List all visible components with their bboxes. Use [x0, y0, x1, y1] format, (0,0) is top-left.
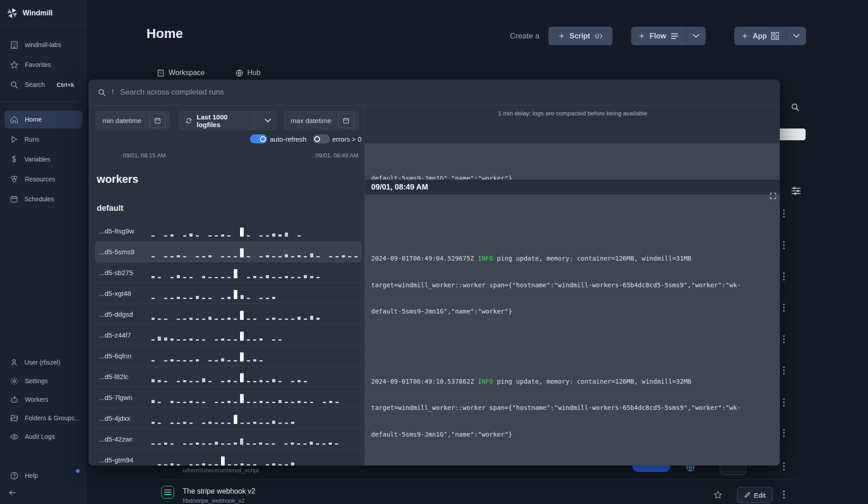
create-flow-button[interactable]: Flow	[631, 27, 686, 45]
sidebar-item-resources[interactable]: Resources	[0, 169, 87, 189]
collapse-sidebar-arrow-icon[interactable]	[8, 488, 17, 497]
worker-row[interactable]: ...d5-xgt48	[95, 283, 362, 304]
worker-row[interactable]: ...d5-z44f7	[95, 325, 362, 346]
sidebar-item-label: Workers	[25, 396, 48, 403]
calendar-button[interactable]	[150, 113, 165, 128]
calendar-button[interactable]	[338, 113, 354, 128]
create-flow-dropdown[interactable]	[686, 27, 706, 45]
row-menu-kebab-icon[interactable]	[783, 462, 785, 472]
log-pane: 1 min delay: logs are compacted before b…	[364, 105, 780, 466]
home-icon	[10, 115, 19, 124]
row-menu-kebab-icon[interactable]	[783, 335, 785, 345]
worker-row[interactable]: ...d5-6qfnn	[95, 346, 362, 366]
worker-row[interactable]: ...d5-5sms9	[95, 242, 362, 262]
row-menu-kebab-icon[interactable]	[783, 490, 785, 500]
row-menu-kebab-icon[interactable]	[783, 398, 785, 408]
min-datetime-label: min datetime	[103, 117, 142, 124]
worker-row[interactable]: ...d5-42zwr	[95, 429, 362, 450]
min-datetime-field[interactable]: min datetime	[95, 111, 170, 130]
worker-name: ...d5-l82lc	[95, 373, 150, 380]
plus-icon	[638, 33, 645, 39]
create-app-dropdown[interactable]	[787, 27, 806, 45]
worker-row[interactable]: ...d5-4jdxx	[95, 408, 362, 429]
calendar-icon	[10, 195, 18, 203]
create-script-button[interactable]: Script	[548, 27, 613, 45]
script-path[interactable]: u/henri/unencumbered_script	[183, 467, 259, 474]
sidebar-item-workspace[interactable]: windmill-labs	[0, 35, 87, 55]
edit-button[interactable]: Edit	[737, 487, 773, 503]
modal-search-row: !	[89, 80, 780, 105]
sidebar-item-label: Variables	[24, 156, 50, 163]
errors-label: errors > 0	[332, 135, 362, 143]
row-menu-kebab-icon[interactable]	[783, 209, 785, 219]
delay-notice: 1 min delay: logs are compacted before b…	[365, 110, 780, 117]
script-path[interactable]: f/bd/stripe_webhook_v2	[183, 497, 245, 504]
worker-name: ...d5-7lgwn	[95, 394, 150, 401]
windmill-logo-icon	[6, 7, 18, 19]
worker-name: ...d5-z44f7	[95, 331, 150, 339]
star-icon[interactable]	[713, 490, 722, 499]
sidebar-item-audit-logs[interactable]: Audit Logs	[0, 427, 87, 447]
row-menu-kebab-icon[interactable]	[783, 241, 785, 251]
worker-activity-sparkline	[151, 455, 294, 466]
sidebar-item-label: Runs	[24, 136, 39, 143]
create-app-button[interactable]: App	[734, 27, 787, 45]
worker-row[interactable]: ...d5-l82lc	[95, 366, 362, 387]
create-flow-label: Flow	[650, 32, 666, 40]
sidebar-item-search[interactable]: Search Ctrl+k	[0, 75, 87, 95]
auto-refresh-toggle[interactable]	[250, 134, 267, 143]
sidebar-item-favorites[interactable]: Favorites	[0, 55, 87, 75]
sidebar-item-label: Audit Logs	[25, 433, 55, 440]
brand[interactable]: Windmill	[0, 0, 87, 25]
log-line: default-5sms9-Jmn1G","name":"worker"}	[371, 174, 780, 180]
sidebar-item-runs[interactable]: Runs	[0, 129, 87, 149]
worker-row[interactable]: ...d5-gtm94	[95, 450, 362, 466]
worker-row[interactable]: ...d5-7lgwn	[95, 387, 362, 408]
search-icon[interactable]	[791, 103, 800, 112]
search-input[interactable]	[119, 87, 780, 97]
logfiles-dropdown[interactable]	[259, 119, 277, 123]
worker-name: ...d5-sb275	[95, 269, 150, 276]
worker-name: ...d5-xgt48	[95, 290, 150, 297]
sidebar-item-home[interactable]: Home	[5, 110, 82, 128]
expand-icon[interactable]	[769, 192, 777, 200]
logfiles-label: Last 1000 logfiles	[197, 113, 250, 128]
sidebar-item-settings[interactable]: Settings	[0, 371, 87, 391]
sidebar-item-schedules[interactable]: Schedules	[0, 189, 87, 209]
create-a-label: Create a	[510, 32, 539, 41]
log-line: 2024-09-01T06:49:10.537862Z INFO ping up…	[371, 377, 780, 386]
tab-workspace[interactable]: Workspace	[157, 69, 205, 77]
building-icon	[157, 69, 165, 77]
log-block-previous: default-5sms9-Jmn1G","name":"worker"} 20…	[365, 143, 780, 180]
sliders-icon[interactable]	[791, 186, 801, 195]
worker-name: ...d5-4jdxx	[95, 414, 150, 422]
row-menu-kebab-icon[interactable]	[783, 366, 785, 376]
errors-toggle[interactable]	[313, 134, 330, 143]
worker-list: ...d5-8sg9w ...d5-5sms9 ...d5-sb275 ...d…	[95, 221, 362, 466]
worker-row[interactable]: ...d5-8sg9w	[95, 221, 362, 242]
row-menu-kebab-icon[interactable]	[783, 304, 785, 313]
workers-panel-title: workers	[97, 173, 138, 185]
sidebar-item-label: User (rfiszel)	[24, 359, 60, 366]
globe-icon	[236, 69, 243, 77]
script-title[interactable]: The stripe webhook v2	[183, 487, 255, 495]
sidebar-item-variables[interactable]: Variables	[0, 149, 87, 169]
sidebar-item-label: Home	[25, 116, 42, 123]
search-shortcut: Ctrl+k	[57, 81, 74, 88]
sidebar-item-user[interactable]: User (rfiszel)	[0, 352, 87, 372]
worker-row[interactable]: ...d5-ddgsd	[95, 304, 362, 325]
max-datetime-field[interactable]: max datetime	[283, 111, 359, 130]
tab-hub[interactable]: Hub	[236, 69, 260, 77]
row-menu-kebab-icon[interactable]	[783, 429, 785, 438]
logfiles-select[interactable]: Last 1000 logfiles	[178, 111, 277, 130]
row-menu-kebab-icon[interactable]	[783, 272, 785, 282]
worker-row[interactable]: ...d5-sb275	[95, 262, 362, 283]
sidebar-item-help[interactable]: Help	[0, 466, 87, 485]
folder-icon	[10, 414, 19, 423]
star-icon	[10, 61, 19, 69]
sidebar-item-folders[interactable]: Folders & Groups...	[0, 408, 87, 428]
log-entry: 2024-09-01T06:49:04.529675Z INFO ping up…	[371, 237, 780, 333]
divider	[0, 102, 87, 102]
help-icon	[10, 471, 19, 480]
sidebar-item-workers[interactable]: Workers	[0, 390, 87, 409]
